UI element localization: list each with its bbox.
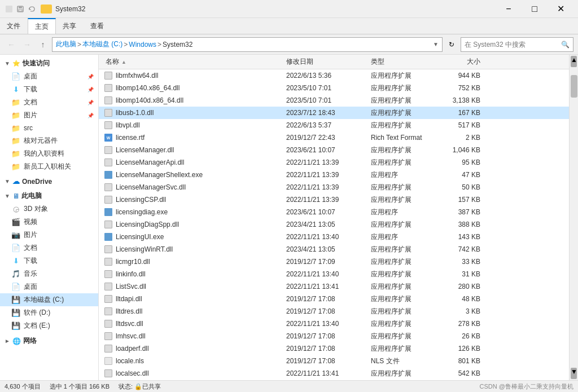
- network-header[interactable]: ► 🌐 网络: [0, 334, 98, 347]
- scrollbar-thumb[interactable]: [571, 75, 577, 98]
- file-type-cell: 应用程序扩展: [366, 282, 434, 292]
- network-icon: 🌐: [12, 337, 21, 345]
- file-icon: [103, 158, 113, 167]
- sidebar-item-download[interactable]: ⬇ 下载 📌: [0, 83, 98, 96]
- file-name-cell: ListSvc.dll: [101, 282, 282, 291]
- file-row[interactable]: W license.rtf 2019/12/7 22:43 Rich Text …: [99, 131, 569, 144]
- tab-file[interactable]: 文件: [0, 18, 28, 34]
- sidebar-item-e-drive[interactable]: 💾 文档 (E:): [0, 319, 98, 332]
- col-header-name[interactable]: 名称 ▲: [101, 57, 282, 67]
- file-name-cell: licensingdiag.exe: [101, 208, 282, 217]
- file-row[interactable]: LicensingDiagSpp.dll 2023/4/21 13:05 应用程…: [99, 218, 569, 231]
- file-row[interactable]: localspl.dll 2023/6/21 10:07 应用程序扩展 1,25…: [99, 380, 569, 380]
- file-row[interactable]: lltdres.dll 2019/12/7 17:08 应用程序扩展 3 KB: [99, 305, 569, 318]
- file-row[interactable]: localsec.dll 2022/11/21 13:41 应用程序扩展 542…: [99, 367, 569, 380]
- scrollbar-track[interactable]: ▲ ▼: [569, 55, 578, 380]
- maximize-button[interactable]: □: [522, 0, 548, 18]
- file-row[interactable]: LicenseManagerShellext.exe 2022/11/21 13…: [99, 169, 569, 181]
- onedrive-header[interactable]: ▼ ☁ OneDrive: [0, 175, 98, 187]
- quick-access-header[interactable]: ▼ ⭐ 快速访问: [0, 57, 98, 70]
- file-size-cell: 388 KB: [434, 221, 485, 228]
- file-name-cell: libmfxhw64.dll: [101, 71, 282, 80]
- file-name-cell: linkinfo.dll: [101, 270, 282, 279]
- search-bar[interactable]: 🔍: [461, 37, 573, 52]
- src-folder-icon: 📁: [11, 124, 20, 133]
- sidebar-item-new-employee[interactable]: 📁 新员工入职相关: [0, 160, 98, 173]
- sidebar-item-docs[interactable]: 📁 文档 📌: [0, 96, 98, 109]
- tab-share[interactable]: 共享: [56, 18, 84, 34]
- file-row[interactable]: LicenseManagerApi.dll 2022/11/21 13:39 应…: [99, 156, 569, 169]
- breadcrumb-c[interactable]: 本地磁盘 (C:): [82, 39, 122, 49]
- file-size-cell: 801 KB: [434, 357, 485, 365]
- file-row[interactable]: locale.nls 2019/12/7 17:08 NLS 文件 801 KB: [99, 355, 569, 367]
- file-row[interactable]: licensingdiag.exe 2023/6/21 10:07 应用程序 3…: [99, 206, 569, 218]
- breadcrumb-windows[interactable]: Windows: [129, 41, 156, 49]
- sidebar-item-pic[interactable]: 📷 图片: [0, 228, 98, 241]
- sidebar-item-dl[interactable]: ⬇ 下载: [0, 254, 98, 267]
- tab-view[interactable]: 查看: [84, 18, 111, 34]
- sidebar-item-3d[interactable]: ◶ 3D 对象: [0, 202, 98, 215]
- col-header-modified[interactable]: 修改日期: [282, 57, 366, 67]
- sidebar-item-check[interactable]: 📁 核对元器件: [0, 134, 98, 147]
- search-input[interactable]: [465, 41, 561, 49]
- quick-access-icon[interactable]: [5, 5, 14, 14]
- file-name-text: linkinfo.dll: [116, 270, 146, 278]
- scroll-up-button[interactable]: ▲: [571, 56, 577, 67]
- scroll-down-button[interactable]: ▼: [571, 368, 577, 379]
- file-type-cell: Rich Text Format: [366, 134, 434, 142]
- sidebar-item-doc[interactable]: 📄 文档: [0, 241, 98, 254]
- file-row[interactable]: lltdsvc.dll 2022/11/21 13:40 应用程序扩展 278 …: [99, 318, 569, 330]
- close-button[interactable]: ✕: [548, 0, 573, 18]
- file-row[interactable]: libusb-1.0.dll 2023/7/12 18:43 应用程序扩展 16…: [99, 107, 569, 119]
- file-size-cell: 31 KB: [434, 270, 485, 278]
- file-icon: [103, 208, 113, 217]
- file-name-text: lltdapi.dll: [116, 295, 142, 303]
- refresh-button[interactable]: ↻: [445, 38, 458, 51]
- back-button[interactable]: ←: [5, 38, 18, 51]
- col-header-size[interactable]: 大小: [434, 57, 485, 67]
- file-row[interactable]: LicensingCSP.dll 2022/11/21 13:39 应用程序扩展…: [99, 193, 569, 206]
- undo-icon[interactable]: [27, 5, 36, 14]
- save-icon[interactable]: [16, 5, 25, 14]
- file-row[interactable]: LicenseManagerSvc.dll 2022/11/21 13:39 应…: [99, 181, 569, 193]
- forward-button[interactable]: →: [20, 38, 34, 51]
- file-row[interactable]: libomp140d.x86_64.dll 2023/5/10 7:01 应用程…: [99, 94, 569, 107]
- file-row[interactable]: LicensingUI.exe 2022/11/21 13:40 应用程序 14…: [99, 231, 569, 243]
- breadcrumb-pc[interactable]: 此电脑: [56, 39, 76, 49]
- sidebar-item-job-info[interactable]: 📁 我的入职资料: [0, 147, 98, 160]
- col-header-type[interactable]: 类型: [366, 57, 434, 67]
- sidebar-item-d-drive[interactable]: 💾 软件 (D:): [0, 306, 98, 319]
- file-row[interactable]: ListSvc.dll 2022/11/21 13:41 应用程序扩展 280 …: [99, 280, 569, 293]
- sidebar-item-c-drive[interactable]: 💾 本地磁盘 (C:): [0, 293, 98, 306]
- tab-home[interactable]: 主页: [28, 18, 56, 34]
- file-row[interactable]: lltdapi.dll 2019/12/7 17:08 应用程序扩展 48 KB: [99, 293, 569, 305]
- pin-icon-desktop: 📌: [87, 74, 94, 80]
- sidebar-item-desktop[interactable]: 📄 桌面 📌: [0, 70, 98, 83]
- file-modified-cell: 2023/7/12 18:43: [282, 109, 366, 117]
- breadcrumb-dropdown-icon[interactable]: ▼: [433, 41, 439, 47]
- sep1: >: [77, 41, 81, 49]
- file-type-cell: 应用程序扩展: [366, 195, 434, 205]
- sidebar-item-src[interactable]: 📁 src: [0, 122, 98, 134]
- file-row[interactable]: licmgr10.dll 2019/12/7 17:09 应用程序扩展 33 K…: [99, 256, 569, 268]
- minimize-button[interactable]: −: [496, 0, 522, 18]
- file-row[interactable]: libvpl.dll 2022/6/13 5:37 应用程序扩展 517 KB: [99, 119, 569, 131]
- sidebar-item-pictures[interactable]: 📁 图片 📌: [0, 109, 98, 122]
- title-bar: System32 − □ ✕: [0, 0, 578, 18]
- sidebar: ▼ ⭐ 快速访问 📄 桌面 📌 ⬇ 下载 📌 📁 文档 📌 📁 图片: [0, 55, 99, 380]
- file-row[interactable]: loadperf.dll 2019/12/7 17:08 应用程序扩展 126 …: [99, 342, 569, 355]
- up-button[interactable]: ↑: [36, 38, 50, 51]
- sidebar-item-music[interactable]: 🎵 音乐: [0, 267, 98, 280]
- file-list: libmfxhw64.dll 2022/6/13 5:36 应用程序扩展 944…: [99, 69, 569, 380]
- file-row[interactable]: linkinfo.dll 2022/11/21 13:40 应用程序扩展 31 …: [99, 268, 569, 280]
- file-row[interactable]: lmhsvc.dll 2019/12/7 17:08 应用程序扩展 26 KB: [99, 330, 569, 342]
- file-row[interactable]: libmfxhw64.dll 2022/6/13 5:36 应用程序扩展 944…: [99, 69, 569, 82]
- file-icon: [103, 232, 113, 241]
- file-row[interactable]: LicenseManager.dll 2023/6/21 10:07 应用程序扩…: [99, 144, 569, 156]
- sidebar-item-desk[interactable]: 📄 桌面: [0, 280, 98, 293]
- file-row[interactable]: LicensingWinRT.dll 2023/4/21 13:05 应用程序扩…: [99, 243, 569, 256]
- this-pc-header[interactable]: ▼ 🖥 此电脑: [0, 190, 98, 202]
- breadcrumb-bar[interactable]: 此电脑 > 本地磁盘 (C:) > Windows > System32 ▼: [52, 37, 443, 52]
- file-row[interactable]: libomp140.x86_64.dll 2023/5/10 7:01 应用程序…: [99, 82, 569, 94]
- sidebar-item-video[interactable]: 🎬 视频: [0, 215, 98, 228]
